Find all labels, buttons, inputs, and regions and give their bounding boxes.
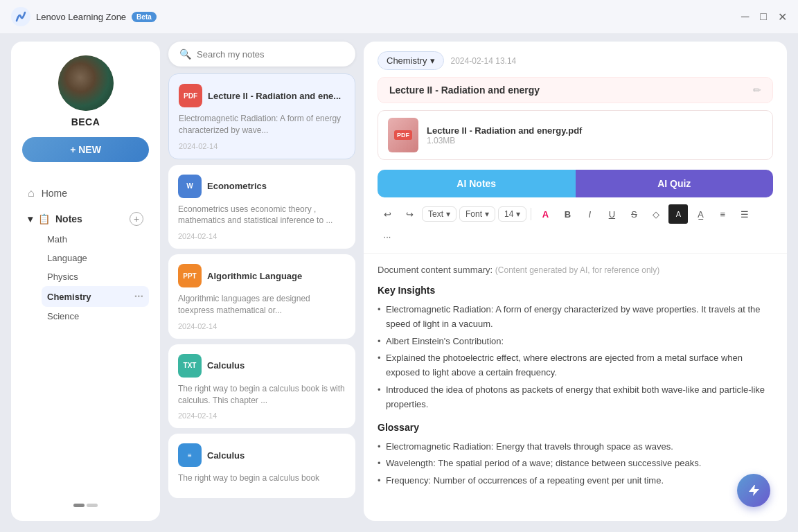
note-card-1[interactable]: PDF Lecture II - Radiation and ene... El… — [168, 73, 355, 159]
undo-button[interactable]: ↩ — [378, 204, 397, 224]
note-badge-1: PDF — [179, 84, 202, 107]
glossary-item-2: Wavelength: The spatial period of a wave… — [378, 456, 773, 471]
pdf-label: PDF — [394, 130, 412, 140]
search-icon: 🔍 — [179, 48, 191, 60]
sidebar-item-math[interactable]: Math — [42, 230, 149, 249]
sidebar-item-chemistry[interactable]: Chemistry ··· — [42, 286, 149, 307]
note-card-4[interactable]: TXT Calculus The right way to begin a ca… — [168, 344, 355, 429]
note-title-text: Lecture II - Radiation and energy — [389, 85, 540, 96]
search-input[interactable] — [197, 49, 344, 60]
note-title-3: Algorithmic Language — [207, 271, 302, 281]
add-note-button[interactable]: + — [130, 212, 143, 226]
note-preview-3: Algorithmic languages are designed toexp… — [178, 293, 346, 317]
chemistry-label: Chemistry — [47, 292, 91, 302]
math-label: Math — [47, 234, 67, 245]
note-title-bar: Lecture II - Radiation and energy ✏ — [378, 77, 773, 103]
subject-selector[interactable]: Chemistry ▾ — [378, 51, 444, 70]
pdf-info: Lecture II - Radiation and energy.pdf 1.… — [427, 125, 763, 145]
key-insights-list: Electromagnetic Radiation: A form of ene… — [378, 303, 773, 412]
main-container: BECA + NEW ⌂ Home ▾ 📋 Notes + Math — [0, 33, 798, 532]
maximize-icon[interactable]: □ — [760, 10, 767, 23]
note-card-5[interactable]: ≡ Calculus The right way to begin a calc… — [168, 434, 355, 498]
fab-button[interactable] — [737, 474, 770, 507]
note-preview-5: The right way to begin a calculus book — [178, 472, 346, 484]
underline-button[interactable]: U — [602, 204, 621, 224]
size-select[interactable]: 14 ▾ — [498, 206, 526, 222]
subject-label: Chemistry — [387, 55, 427, 66]
ai-notes-button[interactable]: AI Notes — [378, 170, 576, 197]
beta-badge: Beta — [132, 12, 157, 22]
pdf-attachment[interactable]: PDF Lecture II - Radiation and energy.pd… — [378, 110, 773, 160]
redo-button[interactable]: ↪ — [400, 204, 419, 224]
note-date-2: 2024-02-14 — [178, 232, 346, 240]
bold-button[interactable]: B — [558, 204, 577, 224]
note-badge-4: TXT — [178, 354, 202, 378]
edit-icon[interactable]: ✏ — [753, 85, 761, 96]
glossary-item-3: Frequency: Number of occurrences of a re… — [378, 474, 773, 488]
ai-buttons: AI Notes AI Quiz — [378, 170, 773, 197]
note-badge-3: PPT — [178, 264, 202, 287]
list-ordered-button[interactable]: ≡ — [713, 204, 732, 224]
avatar — [58, 55, 114, 111]
strikethrough-button[interactable]: S — [624, 204, 644, 224]
language-label: Language — [47, 253, 87, 263]
more-options-button[interactable]: ··· — [378, 227, 397, 246]
lightning-icon — [746, 483, 761, 498]
window-controls: ─ □ ✕ — [741, 10, 787, 24]
sidebar-home-label: Home — [42, 188, 67, 199]
ai-quiz-button[interactable]: AI Quiz — [576, 170, 774, 197]
sidebar-item-science[interactable]: Science — [42, 307, 149, 326]
note-date-1: 2024-02-14 — [179, 142, 345, 150]
sidebar: BECA + NEW ⌂ Home ▾ 📋 Notes + Math — [11, 42, 160, 521]
note-card-2[interactable]: W Econometrics Econometrics uses economi… — [168, 165, 355, 249]
font-color-button[interactable]: A — [535, 204, 555, 224]
scroll-indicator — [73, 504, 98, 507]
home-icon: ⌂ — [28, 187, 35, 200]
clear-format-button[interactable]: ◇ — [646, 204, 666, 224]
key-insights-heading: Key Insights — [378, 285, 773, 296]
key-insight-3: Explained the photoelectric effect, wher… — [378, 351, 773, 380]
ai-reference-label: (Content generated by AI, for reference … — [495, 265, 659, 275]
sidebar-item-language[interactable]: Language — [42, 249, 149, 267]
key-insight-1: Electromagnetic Radiation: A form of ene… — [378, 303, 773, 332]
notes-list-panel: 🔍 PDF Lecture II - Radiation and ene... … — [168, 42, 355, 521]
scroll-dot-2 — [87, 504, 98, 507]
note-badge-2: W — [178, 175, 202, 198]
note-date-3: 2024-02-14 — [178, 322, 346, 330]
notes-icon: 📋 — [38, 213, 50, 224]
note-title-4: Calculus — [207, 360, 245, 371]
sidebar-item-physics[interactable]: Physics — [42, 267, 149, 286]
new-button[interactable]: + NEW — [22, 137, 149, 162]
notes-children: Math Language Physics Chemistry ··· Scie… — [22, 230, 149, 326]
physics-label: Physics — [47, 272, 78, 282]
font-select[interactable]: Font ▾ — [459, 206, 495, 222]
notes-header-left: ▾ 📋 Notes — [28, 213, 82, 224]
pdf-size: 1.03MB — [427, 136, 763, 145]
close-icon[interactable]: ✕ — [778, 10, 787, 24]
sidebar-item-home[interactable]: ⌂ Home — [22, 181, 149, 205]
pdf-thumbnail: PDF — [388, 118, 418, 152]
highlight-button[interactable]: A — [668, 204, 688, 224]
key-insight-2: Albert Einstein's Contribution: — [378, 335, 773, 349]
text-style-select[interactable]: Text ▾ — [422, 206, 456, 222]
app-logo-icon — [11, 7, 30, 26]
note-title-5: Calculus — [207, 450, 245, 461]
italic-button[interactable]: I — [580, 204, 599, 224]
titlebar-left: Lenovo Learning Zone Beta — [11, 7, 157, 26]
list-unordered-button[interactable]: ☰ — [735, 204, 754, 224]
content-header: Chemistry ▾ 2024-02-14 13.14 — [364, 42, 787, 70]
collapse-icon: ▾ — [28, 213, 33, 224]
text-bg-button[interactable]: A̲ — [691, 204, 710, 224]
note-card-3[interactable]: PPT Algorithmic Language Algorithmic lan… — [168, 254, 355, 339]
note-title-1: Lecture II - Radiation and ene... — [208, 91, 341, 101]
minimize-icon[interactable]: ─ — [741, 10, 749, 23]
glossary-section: Glossary Electromagnetic Radiation: Ener… — [378, 422, 773, 488]
content-summary: Document content summary: (Content gener… — [378, 265, 773, 275]
username: BECA — [71, 116, 100, 127]
notes-header[interactable]: ▾ 📋 Notes + — [22, 208, 149, 230]
note-card-header-1: PDF Lecture II - Radiation and ene... — [179, 84, 345, 107]
note-preview-2: Econometrics uses economic theory , math… — [178, 204, 346, 227]
content-date: 2024-02-14 13.14 — [451, 56, 517, 66]
more-icon[interactable]: ··· — [134, 290, 143, 303]
notes-section: ▾ 📋 Notes + Math Language Physics Chemis… — [22, 208, 149, 326]
